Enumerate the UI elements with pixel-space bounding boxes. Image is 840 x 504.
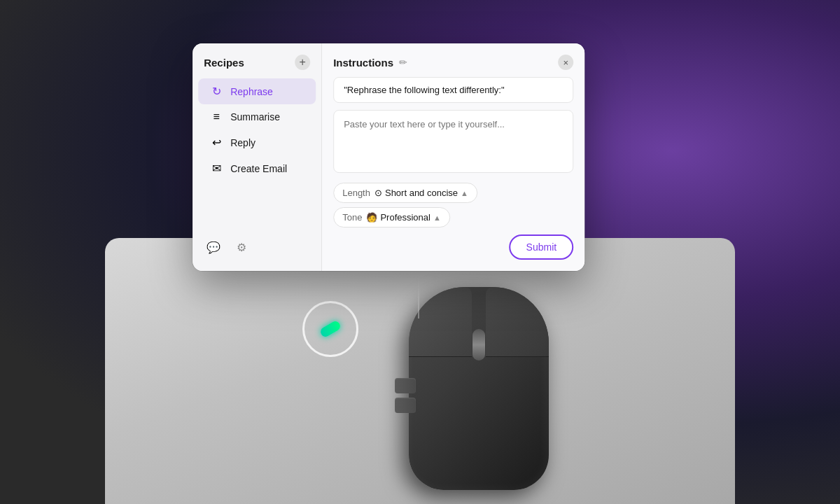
recipes-panel: Recipes + ↻ Rephrase ≡ Summarise ↩ Reply… (192, 43, 322, 271)
recipes-footer: 💬 ⚙ (192, 229, 321, 260)
recipe-label-reply: Reply (230, 137, 255, 148)
tone-icon: 🧑 (366, 212, 377, 223)
mouse-body (409, 287, 549, 490)
text-area-container (333, 110, 573, 176)
rephrase-icon: ↻ (209, 85, 223, 98)
recipe-item-create-email[interactable]: ✉ Create Email (198, 155, 316, 181)
recipes-header: Recipes + (192, 55, 321, 78)
recipe-label-create-email: Create Email (230, 163, 287, 174)
instruction-quote: "Rephrase the following text differently… (333, 77, 573, 103)
dialog-container: Recipes + ↻ Rephrase ≡ Summarise ↩ Reply… (192, 43, 584, 271)
tone-chevron: ▲ (433, 214, 441, 222)
recipe-item-summarise[interactable]: ≡ Summarise (198, 104, 316, 130)
recipe-label-summarise: Summarise (230, 111, 280, 122)
side-button-1 (395, 378, 416, 393)
instructions-panel: Instructions ✏ × "Rephrase the following… (322, 43, 584, 271)
recipe-item-reply[interactable]: ↩ Reply (198, 130, 316, 155)
length-option[interactable]: Length ⊙ Short and concise ▲ (333, 183, 477, 203)
summarise-icon: ≡ (209, 111, 223, 123)
instructions-title-row: Instructions ✏ (333, 57, 407, 69)
add-recipe-button[interactable]: + (295, 55, 310, 70)
edit-icon[interactable]: ✏ (399, 57, 407, 68)
recipe-label-rephrase: Rephrase (230, 86, 273, 97)
recipes-title: Recipes (204, 57, 244, 69)
led-light (319, 319, 342, 338)
tone-option[interactable]: Tone 🧑 Professional ▲ (333, 207, 450, 227)
mouse-silhouette (332, 266, 626, 490)
length-chevron: ▲ (461, 189, 468, 197)
led-indicator (302, 301, 358, 357)
reply-icon: ↩ (209, 136, 223, 149)
recipe-item-rephrase[interactable]: ↻ Rephrase (198, 78, 316, 104)
create-email-icon: ✉ (209, 162, 223, 175)
length-value-text: Short and concise (385, 188, 458, 198)
length-value: ⊙ Short and concise ▲ (374, 188, 468, 198)
side-button-2 (395, 398, 416, 413)
length-icon: ⊙ (374, 188, 382, 198)
length-label: Length (342, 188, 370, 198)
tone-value-text: Professional (380, 212, 430, 223)
options-row: Length ⊙ Short and concise ▲ Tone 🧑 Prof… (333, 183, 573, 227)
instructions-title: Instructions (333, 57, 393, 69)
submit-row: Submit (333, 234, 573, 260)
mouse-right-button (486, 287, 549, 357)
tone-value: 🧑 Professional ▲ (366, 212, 440, 223)
chat-icon[interactable]: 💬 (204, 237, 223, 257)
settings-icon[interactable]: ⚙ (232, 237, 251, 257)
recipes-spacer (192, 181, 321, 229)
submit-button[interactable]: Submit (510, 234, 574, 260)
mouse-side-buttons (395, 378, 419, 420)
close-button[interactable]: × (558, 55, 573, 70)
text-input[interactable] (333, 110, 573, 173)
instructions-header: Instructions ✏ × (333, 55, 573, 70)
mouse-scroll-wheel (472, 329, 485, 360)
tone-label: Tone (342, 212, 362, 223)
